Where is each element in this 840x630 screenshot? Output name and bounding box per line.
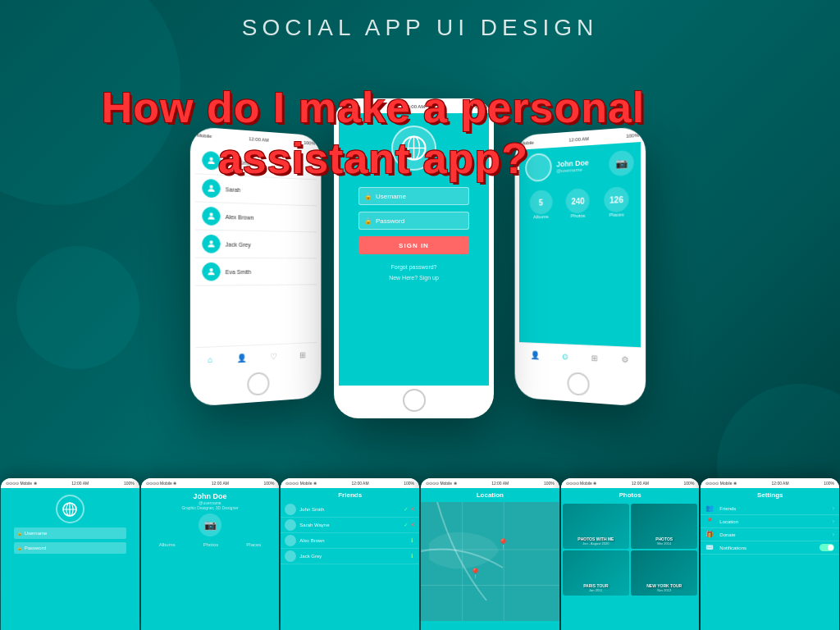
friends-nav-icon[interactable]: 👤: [530, 350, 539, 359]
settings-title: Settings: [701, 488, 839, 502]
settings-donate-label: Donate: [719, 532, 832, 537]
avatar: [202, 207, 220, 226]
mini-login-form: 🔒 Username 🔒 Password: [1, 488, 139, 564]
overlay-question-text: How do I make a personal assistant app?: [66, 82, 681, 185]
photo-tile-newyork[interactable]: NEW YORK TOUR Nov 2013: [631, 550, 697, 596]
home-button-right[interactable]: [567, 372, 589, 396]
places-stat-circle: 126: [604, 186, 628, 212]
chevron-right-icon-3: ›: [833, 532, 834, 537]
chevron-right-icon-2: ›: [833, 518, 834, 524]
friend-name-2: Sarah Wayne: [299, 523, 404, 527]
photo-sublabel-newyork: Nov 2013: [657, 588, 671, 592]
location-icon[interactable]: ♡: [270, 352, 277, 361]
photos-nav-icon[interactable]: ⊞: [591, 354, 597, 363]
friends-icon[interactable]: 👤: [237, 354, 247, 363]
mini-status-5: ⊙⊙⊙⊙ Mobile ❋ 12:00 AM 100%: [561, 478, 700, 488]
photo-tile-1[interactable]: PHOTOS WITH ME Jan - August 2020: [563, 504, 629, 549]
places-count: 126: [609, 194, 623, 204]
mini-status-1: ⊙⊙⊙⊙ Mobile ❋ 12:00 AM 100%: [1, 478, 139, 488]
photo-tile-paris[interactable]: PARIS TOUR Jan 2011: [563, 550, 629, 596]
home-button[interactable]: [247, 372, 269, 396]
mini-tabs: Albums Photos Places: [145, 540, 276, 550]
home-icon[interactable]: ⌂: [208, 355, 212, 365]
mini-profile-role: Graphic Designer, 3D Designer: [145, 505, 276, 510]
albums-label: Albums: [530, 214, 553, 220]
password-placeholder: Password: [376, 217, 404, 225]
notifications-toggle[interactable]: [819, 544, 834, 551]
mini-tab-places[interactable]: Places: [246, 542, 261, 547]
notifications-settings-icon: ✉️: [705, 544, 715, 551]
settings-notifications[interactable]: ✉️ Notifications: [701, 541, 839, 555]
friend-item-1: John Smith ✓ ✕: [281, 502, 419, 518]
remove-icon[interactable]: ✕: [410, 506, 415, 513]
home-button-center[interactable]: [403, 389, 426, 412]
donate-settings-icon: 🎁: [705, 531, 715, 538]
photo-sublabel-1: Jan - August 2020: [582, 541, 609, 546]
mini-tab-albums[interactable]: Albums: [159, 542, 176, 547]
mini-username[interactable]: 🔒 Username: [14, 527, 126, 539]
mini-password[interactable]: 🔒 Password: [14, 542, 126, 554]
mini-status-6: ⊙⊙⊙⊙ Mobile ❋ 12:00 AM 100%: [701, 478, 839, 488]
mini-logo: [56, 495, 84, 523]
location-title: Location: [421, 488, 559, 502]
friend-avatar: [285, 550, 296, 562]
contact-name: Sarah: [226, 186, 241, 193]
mini-profile-screen: John Doe @username Graphic Designer, 3D …: [141, 488, 280, 630]
settings-donate[interactable]: 🎁 Donate ›: [701, 528, 839, 541]
photo-sublabel-2: Mar 2014: [657, 541, 671, 546]
profile-stats: 5 Albums 240 Photos 126 Pla: [519, 182, 641, 224]
photo-sublabel-paris: Jan 2011: [589, 588, 602, 592]
chevron-right-icon: ›: [833, 505, 834, 511]
overlay-question-banner: How do I make a personal assistant app?: [66, 82, 681, 185]
photos-count: 240: [571, 196, 584, 206]
settings-location[interactable]: 📍 Location ›: [701, 515, 839, 528]
mini-camera-button[interactable]: 📷: [199, 514, 221, 536]
map-svg: [421, 502, 559, 621]
settings-friends-label: Friends: [719, 506, 832, 511]
forgot-password-link[interactable]: Forgot password?: [389, 262, 439, 273]
check-icon: ✓: [404, 522, 409, 528]
info-icon: ℹ: [411, 553, 413, 559]
mini-friends-screen: Friends John Smith ✓ ✕ Sarah Wayne ✓ ✕ A…: [281, 488, 419, 630]
info-icon: ℹ: [411, 537, 413, 544]
username-placeholder: Username: [376, 193, 406, 200]
mini-status-4: ⊙⊙⊙⊙ Mobile ❋ 12:00 AM 100%: [421, 478, 559, 488]
settings-nav-icon[interactable]: ⚙: [621, 354, 628, 364]
mini-status-2: ⊙⊙⊙⊙ Mobile ❋ 12:00 AM 100%: [141, 478, 280, 488]
username-field[interactable]: 🔒 Username: [358, 187, 469, 205]
mini-phone-friends: ⊙⊙⊙⊙ Mobile ❋ 12:00 AM 100% Friends John…: [281, 478, 419, 630]
friend-name-3: Alex Brown: [299, 538, 411, 543]
contact-name: Jack Grey: [226, 241, 251, 247]
friend-name-4: Jack Grey: [299, 554, 411, 559]
friend-avatar: [285, 519, 296, 531]
contact-item: Alex Brown: [195, 202, 317, 232]
friend-item-4: Jack Grey ℹ: [281, 549, 419, 564]
photos-icon[interactable]: ⊞: [299, 350, 305, 359]
places-label: Places: [604, 212, 628, 217]
svg-point-2: [210, 212, 213, 216]
password-field[interactable]: 🔒 Password: [358, 212, 469, 230]
photos-label: Photos: [566, 213, 590, 219]
stat-albums: 5 Albums: [530, 189, 553, 219]
settings-friends[interactable]: 👥 Friends ›: [701, 502, 839, 515]
settings-location-label: Location: [719, 519, 832, 524]
page-title: SOCIAL APP UI DESIGN: [242, 15, 598, 40]
profile-nav-icon[interactable]: ⊙: [561, 352, 568, 361]
map-pin-1: 📍: [497, 538, 509, 550]
remove-icon[interactable]: ✕: [410, 522, 415, 528]
mini-phone-profile: ⊙⊙⊙⊙ Mobile ❋ 12:00 AM 100% John Doe @us…: [141, 478, 280, 630]
photos-title: Photos: [561, 488, 700, 502]
signin-button[interactable]: SIGN IN: [358, 236, 469, 254]
contact-item: Eva Smith: [195, 258, 317, 286]
albums-count: 5: [539, 198, 543, 207]
friend-avatar: [285, 504, 296, 515]
signup-link[interactable]: New Here? Sign up: [389, 273, 439, 284]
mini-tab-photos[interactable]: Photos: [203, 542, 219, 547]
mini-phone-photos: ⊙⊙⊙⊙ Mobile ❋ 12:00 AM 100% Photos PHOTO…: [561, 478, 700, 630]
bottom-nav: ⌂ 👤 ♡ ⊞: [195, 342, 317, 372]
photo-tile-2[interactable]: PHOTOS Mar 2014: [631, 504, 697, 549]
svg-point-1: [210, 185, 213, 188]
mini-status-3: ⊙⊙⊙⊙ Mobile ❋ 12:00 AM 100%: [281, 478, 419, 488]
bottom-phones-row: ⊙⊙⊙⊙ Mobile ❋ 12:00 AM 100% 🔒 Username: [0, 478, 840, 630]
mini-location-screen: Location 📍 📍: [421, 488, 559, 630]
